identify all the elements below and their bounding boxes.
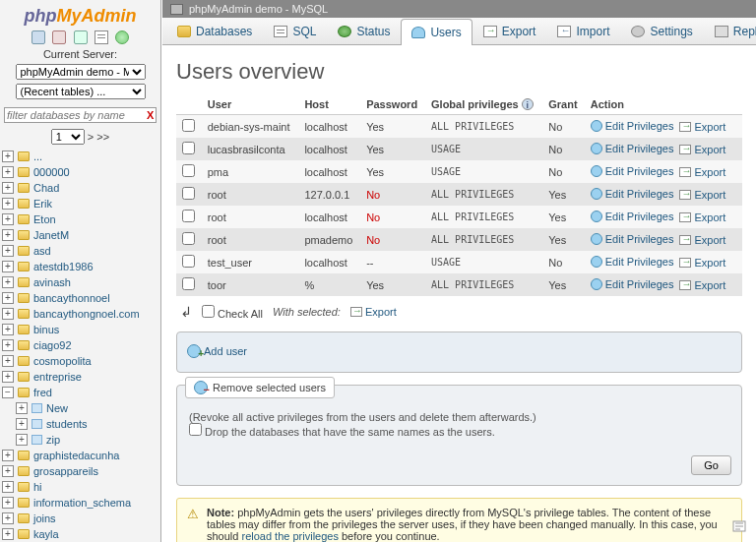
db-page-next[interactable]: > >>	[88, 131, 109, 143]
node-label[interactable]: entreprise	[33, 369, 82, 385]
home-icon[interactable]	[32, 30, 45, 44]
expand-icon[interactable]	[2, 339, 14, 351]
expand-icon[interactable]	[2, 182, 14, 194]
expand-icon[interactable]	[2, 276, 14, 288]
tab-status[interactable]: Status	[327, 18, 401, 44]
check-all[interactable]: Check All	[202, 305, 263, 320]
database-node[interactable]: graphistedacunha	[2, 448, 160, 463]
edit-privileges-link[interactable]: Edit Privileges	[591, 165, 674, 177]
node-label[interactable]: joins	[33, 511, 56, 526]
edit-privileges-link[interactable]: Edit Privileges	[591, 188, 674, 200]
clear-filter-icon[interactable]: X	[144, 109, 157, 121]
expand-icon[interactable]	[2, 324, 14, 335]
expand-icon[interactable]	[2, 371, 14, 383]
node-label[interactable]: cosmopolita	[33, 353, 92, 369]
database-node[interactable]: ...	[2, 149, 160, 164]
expand-icon[interactable]	[2, 151, 14, 162]
expand-icon[interactable]	[2, 481, 14, 493]
export-user-link[interactable]: Export	[679, 279, 725, 291]
row-checkbox[interactable]	[182, 277, 195, 290]
logout-icon[interactable]	[52, 30, 66, 44]
node-label[interactable]: 000000	[33, 164, 70, 180]
expand-icon[interactable]	[16, 418, 28, 430]
reload-privileges-link[interactable]: reload the privileges	[241, 530, 338, 542]
node-label[interactable]: students	[46, 416, 88, 432]
node-label[interactable]: Erik	[33, 196, 52, 211]
expand-icon[interactable]	[2, 229, 14, 241]
edit-privileges-link[interactable]: Edit Privileges	[591, 143, 674, 154]
node-label[interactable]: New	[46, 400, 68, 416]
row-checkbox[interactable]	[182, 142, 195, 154]
db-filter-input[interactable]	[7, 109, 144, 121]
table-node[interactable]: zip	[2, 432, 160, 448]
row-checkbox[interactable]	[182, 255, 195, 268]
expand-icon[interactable]	[16, 434, 28, 446]
node-label[interactable]: information_schema	[33, 495, 131, 511]
docs-icon[interactable]	[74, 30, 88, 44]
expand-icon[interactable]	[16, 402, 28, 414]
expand-icon[interactable]	[2, 465, 14, 477]
database-node[interactable]: entreprise	[2, 369, 160, 385]
node-label[interactable]: binus	[33, 322, 59, 337]
row-checkbox[interactable]	[182, 232, 195, 245]
database-node[interactable]: asd	[2, 243, 160, 259]
tab-settings[interactable]: Settings	[620, 18, 703, 44]
database-node[interactable]: ciago92	[2, 337, 160, 353]
check-all-checkbox[interactable]	[202, 305, 215, 318]
export-user-link[interactable]: Export	[679, 121, 725, 133]
tab-users[interactable]: Users	[401, 19, 472, 45]
recent-tables-select[interactable]: (Recent tables) ...	[16, 84, 146, 99]
row-checkbox[interactable]	[182, 210, 195, 222]
export-user-link[interactable]: Export	[679, 234, 725, 246]
node-label[interactable]: ...	[33, 149, 42, 164]
col-grant[interactable]: Grant	[542, 94, 585, 115]
tab-import[interactable]: Import	[546, 18, 620, 44]
database-node[interactable]: Erik	[2, 196, 160, 211]
expand-icon[interactable]	[2, 166, 14, 178]
reload-icon[interactable]	[115, 30, 129, 44]
expand-icon[interactable]	[2, 355, 14, 367]
tab-export[interactable]: Export	[472, 18, 547, 44]
database-node[interactable]: binus	[2, 322, 160, 337]
col-host[interactable]: Host	[298, 94, 360, 115]
database-node[interactable]: 000000	[2, 164, 160, 180]
node-label[interactable]: Eton	[33, 211, 56, 227]
logo[interactable]: phpMyAdmin	[0, 0, 160, 29]
database-node[interactable]: bancaythongnoel.com	[2, 306, 160, 322]
database-node[interactable]: kayla	[2, 526, 160, 542]
expand-icon[interactable]	[2, 245, 14, 257]
node-label[interactable]: zip	[46, 432, 60, 448]
export-user-link[interactable]: Export	[679, 257, 725, 269]
node-label[interactable]: graphistedacunha	[33, 448, 119, 463]
node-label[interactable]: kayla	[33, 526, 59, 542]
export-user-link[interactable]: Export	[679, 166, 725, 178]
node-label[interactable]: JanetM	[33, 227, 69, 243]
drop-db-checkbox[interactable]	[189, 423, 202, 436]
add-user-link[interactable]: Add user	[187, 344, 247, 358]
node-label[interactable]: grosappareils	[33, 463, 98, 479]
expand-icon[interactable]	[2, 213, 14, 225]
database-node[interactable]: information_schema	[2, 495, 160, 511]
expand-icon[interactable]	[2, 292, 14, 304]
expand-icon[interactable]	[2, 450, 14, 461]
col-global-privileges[interactable]: Global privileges i	[425, 94, 542, 115]
server-select[interactable]: phpMyAdmin demo - My	[16, 64, 146, 80]
database-node[interactable]: joins	[2, 511, 160, 526]
col-user[interactable]: User	[202, 94, 299, 115]
col-password[interactable]: Password	[360, 94, 425, 115]
database-node[interactable]: JanetM	[2, 227, 160, 243]
edit-privileges-link[interactable]: Edit Privileges	[591, 120, 674, 132]
row-checkbox[interactable]	[182, 164, 195, 177]
row-checkbox[interactable]	[182, 119, 195, 132]
expand-icon[interactable]	[2, 497, 14, 509]
drop-db-option[interactable]: Drop the databases that have the same na…	[189, 426, 495, 438]
node-label[interactable]: Chad	[33, 180, 59, 196]
database-node[interactable]: avinash	[2, 274, 160, 290]
database-node[interactable]: atestdb1986	[2, 259, 160, 274]
expand-icon[interactable]	[2, 512, 14, 524]
expand-icon[interactable]	[2, 261, 14, 272]
node-label[interactable]: ciago92	[33, 337, 72, 353]
node-label[interactable]: avinash	[33, 274, 71, 290]
database-node[interactable]: Chad	[2, 180, 160, 196]
node-label[interactable]: fred	[33, 385, 52, 400]
